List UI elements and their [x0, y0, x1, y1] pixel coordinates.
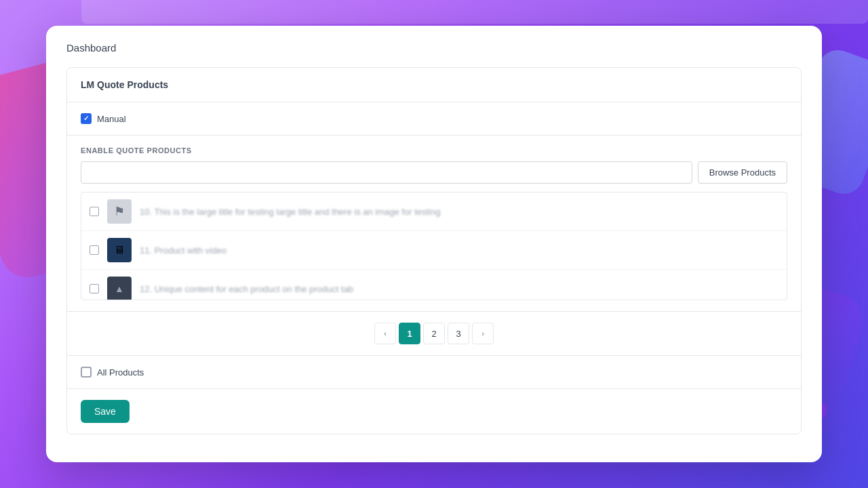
pagination-next-button[interactable]: › [472, 323, 494, 344]
dashboard-title: Dashboard [66, 42, 802, 54]
save-section: Save [67, 389, 801, 434]
products-list[interactable]: 10. This is the large title for testing … [81, 192, 787, 300]
product-thumbnail-12 [107, 277, 132, 300]
all-products-label: All Products [97, 367, 144, 378]
product-checkbox-10[interactable] [90, 207, 99, 216]
product-thumbnail-11 [107, 238, 132, 262]
form-panel: LM Quote Products ✓ Manual ENABLE QUOTE … [66, 67, 802, 434]
search-row: Browse Products [81, 161, 787, 184]
product-checkbox-12[interactable] [90, 284, 99, 293]
pagination-prev-button[interactable]: ‹ [374, 323, 396, 344]
list-item: 10. This is the large title for testing … [81, 192, 787, 231]
card-content: Dashboard LM Quote Products ✓ Manual ENA… [46, 26, 822, 462]
manual-section: ✓ Manual [67, 102, 801, 136]
checkmark-icon: ✓ [83, 115, 89, 122]
chevron-left-icon: ‹ [384, 329, 387, 338]
product-thumbnail-10 [107, 199, 132, 224]
panel-title: LM Quote Products [81, 79, 168, 90]
browse-products-button[interactable]: Browse Products [698, 161, 787, 184]
list-item: 11. Product with video [81, 231, 787, 270]
product-title-11: 11. Product with video [140, 245, 778, 256]
product-title-12: 12. Unique content for each product on t… [140, 284, 778, 294]
product-checkbox-11[interactable] [90, 245, 99, 255]
list-item: 12. Unique content for each product on t… [81, 270, 787, 300]
panel-header: LM Quote Products [67, 68, 801, 102]
manual-checkbox[interactable]: ✓ [81, 113, 92, 124]
all-products-checkbox[interactable] [81, 367, 92, 378]
top-bar [81, 0, 868, 24]
chevron-right-icon: › [481, 329, 484, 338]
all-products-section: All Products [67, 356, 801, 389]
pagination-page-1-button[interactable]: 1 [399, 323, 420, 344]
product-title-10: 10. This is the large title for testing … [140, 207, 778, 217]
pagination-section: ‹ 1 2 3 › [67, 312, 801, 356]
pagination-page-2-button[interactable]: 2 [423, 323, 445, 344]
enable-quote-products-label: ENABLE QUOTE PRODUCTS [81, 146, 787, 155]
manual-label: Manual [97, 114, 126, 124]
pagination-page-3-button[interactable]: 3 [448, 323, 469, 344]
product-search-input[interactable] [81, 161, 692, 184]
save-button[interactable]: Save [81, 400, 130, 423]
quote-products-section: ENABLE QUOTE PRODUCTS Browse Products 10… [67, 136, 801, 312]
main-card: Dashboard LM Quote Products ✓ Manual ENA… [46, 26, 822, 462]
